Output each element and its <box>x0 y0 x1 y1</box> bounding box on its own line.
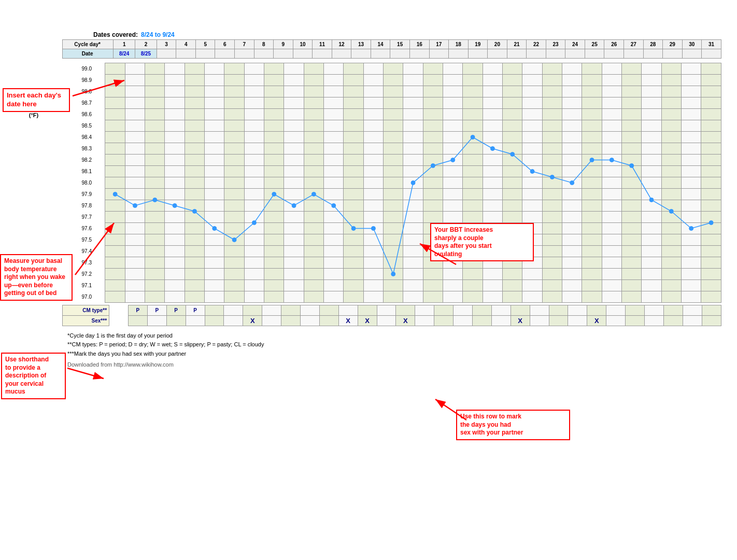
temp-grid-cell <box>145 74 165 86</box>
temp-grid-cell <box>105 222 125 234</box>
temp-grid-cell <box>324 257 344 268</box>
temp-grid-cell <box>463 268 483 279</box>
temp-grid-cell <box>562 143 582 154</box>
cycle-day-cell: 14 <box>371 40 390 49</box>
temp-grid-cell <box>165 63 185 74</box>
temp-grid-cell <box>264 86 284 97</box>
temp-grid-cell <box>503 211 522 222</box>
temp-grid-cell <box>562 268 582 279</box>
temp-grid-cell <box>701 108 721 120</box>
temp-grid-cell <box>205 279 224 291</box>
cycle-day-cell: 28 <box>643 40 663 49</box>
temp-grid-cell <box>682 188 701 200</box>
sex-row-cell <box>549 315 568 326</box>
dates-header: Dates covered: 8/24 to 9/24 <box>62 31 721 38</box>
date-cell <box>468 49 488 59</box>
temp-grid-cell <box>602 245 621 257</box>
temp-grid-cell <box>244 222 264 234</box>
sex-row: Sex***XXXXXX <box>63 315 721 326</box>
temp-grid-cell <box>384 97 403 108</box>
temp-grid-cell <box>463 165 483 177</box>
temp-grid-cell <box>105 131 125 143</box>
temp-grid-cell <box>165 97 185 108</box>
temp-grid-cell <box>701 188 721 200</box>
temp-grid-cell <box>701 120 721 131</box>
temp-grid-cell <box>363 86 383 97</box>
temp-grid-cell <box>602 291 621 302</box>
temp-grid-cell <box>443 120 463 131</box>
temp-grid-cell <box>284 131 304 143</box>
temp-grid-cell <box>483 177 502 188</box>
temp-grid-cell <box>682 120 701 131</box>
temp-grid-cell <box>105 108 125 120</box>
temp-grid-cell <box>145 120 165 131</box>
temp-grid-cell <box>542 120 562 131</box>
temp-grid-cell <box>542 211 562 222</box>
temp-grid-cell <box>344 234 363 245</box>
temp-grid-cell <box>105 279 125 291</box>
temp-grid-cell <box>562 257 582 268</box>
temp-grid-cell <box>463 86 483 97</box>
temp-grid-cell <box>224 97 244 108</box>
temp-grid-cell <box>463 97 483 108</box>
temp-grid-cell <box>125 279 145 291</box>
bbt-chart-table: Cycle day* 12345678910111213141516171819… <box>62 39 721 63</box>
temp-grid-cell <box>701 97 721 108</box>
temp-grid-cell <box>145 245 165 257</box>
temp-label: 98.5 <box>62 120 94 131</box>
temp-grid-cell <box>185 245 204 257</box>
temp-grid-row: 98.2 <box>62 154 721 165</box>
temp-grid-cell <box>244 200 264 211</box>
temp-grid-cell <box>403 154 423 165</box>
temp-grid-cell <box>284 86 304 97</box>
cycle-day-cell: 24 <box>565 40 585 49</box>
sex-row-cell <box>644 315 663 326</box>
temp-grid-cell <box>682 86 701 97</box>
temp-grid-cell <box>602 165 621 177</box>
temp-grid-cell <box>642 154 661 165</box>
temp-grid-cell <box>145 222 165 234</box>
temp-grid-cell <box>244 74 264 86</box>
annotation-insert-date: Insert each day'sdate here <box>3 88 70 112</box>
temp-grid-cell <box>423 63 443 74</box>
date-cell <box>585 49 604 59</box>
annotation-sex-row: Use this row to markthe days you hadsex … <box>456 410 570 440</box>
temp-grid-cell <box>185 131 204 143</box>
temp-grid-cell <box>423 177 443 188</box>
temp-grid-cell <box>224 86 244 97</box>
cycle-day-cell: 15 <box>390 40 410 49</box>
temp-grid-cell <box>582 165 602 177</box>
temp-grid-row: 97.6 <box>62 222 721 234</box>
temp-grid-cell <box>363 177 383 188</box>
date-cell <box>507 49 527 59</box>
temp-grid-cell <box>105 165 125 177</box>
temp-grid-cell <box>483 143 502 154</box>
temp-grid-cell <box>185 291 204 302</box>
temp-grid-cell <box>105 74 125 86</box>
temp-grid-cell <box>264 108 284 120</box>
temp-grid-cell <box>384 245 403 257</box>
temp-grid-cell <box>582 222 602 234</box>
temp-grid-cell <box>284 234 304 245</box>
temp-grid-cell <box>682 268 701 279</box>
temp-grid-cell <box>384 234 403 245</box>
sex-row-cell <box>262 315 281 326</box>
temp-grid-cell <box>304 200 323 211</box>
temp-grid-cell <box>125 74 145 86</box>
temp-grid-cell <box>642 257 661 268</box>
temp-grid-cell <box>185 200 204 211</box>
temp-grid-cell <box>304 97 323 108</box>
temp-grid-cell <box>384 257 403 268</box>
temp-grid-cell <box>284 291 304 302</box>
cycle-day-cell: 20 <box>488 40 507 49</box>
temp-grid-cell <box>443 200 463 211</box>
temp-grid-cell <box>642 120 661 131</box>
temp-grid-cell <box>542 165 562 177</box>
sex-row-cell <box>147 315 166 326</box>
temp-grid-cell <box>522 108 542 120</box>
temp-grid-cell <box>304 291 323 302</box>
temp-grid-cell <box>562 74 582 86</box>
temp-grid-cell <box>423 291 443 302</box>
temp-grid-cell <box>622 74 642 86</box>
temp-grid-cell <box>562 279 582 291</box>
